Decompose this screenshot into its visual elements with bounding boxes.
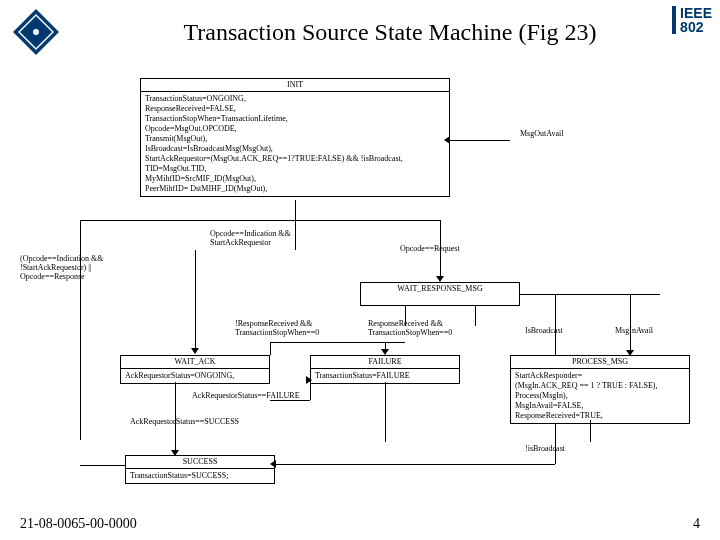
- label-opcode-ind-start: Opcode==Indication && StartAckRequestor: [210, 230, 330, 248]
- state-failure: FAILURE TransactionStatus=FAILURE: [310, 355, 460, 384]
- state-wait-ack: WAIT_ACK AckRequestorStatus=ONGOING,: [120, 355, 270, 384]
- svg-point-3: [33, 29, 39, 35]
- label-ack-succ: AckRequestorStatus==SUCCESS: [130, 418, 239, 427]
- label-opcode-request: Opcode==Request: [400, 245, 460, 254]
- state-init-title: INIT: [141, 79, 449, 92]
- state-process-msg: PROCESS_MSG StartAckResponder= (MsgIn.AC…: [510, 355, 690, 424]
- label-resp-rec: ResponseReceived && TransactionStopWhen=…: [368, 320, 478, 338]
- state-success-title: SUCCESS: [126, 456, 274, 469]
- state-machine-diagram: INIT TransactionStatus=ONGOING, Response…: [10, 60, 710, 510]
- footer-doc-id: 21-08-0065-00-0000: [20, 516, 137, 532]
- label-left-cond: (Opcode==Indication && !StartAckRequesto…: [20, 255, 130, 281]
- state-success: SUCCESS TransactionStatus=SUCCESS;: [125, 455, 275, 484]
- label-is-broadcast: IsBroadcast: [525, 327, 563, 336]
- state-init: INIT TransactionStatus=ONGOING, Response…: [140, 78, 450, 197]
- label-not-resp: !ResponseReceived && TransactionStopWhen…: [235, 320, 355, 338]
- state-wait-response-title: WAIT_RESPONSE_MSG: [361, 283, 519, 295]
- label-not-broadcast: !isBroadcast: [525, 445, 565, 454]
- ieee-802-badge: IEEE 802: [672, 6, 712, 34]
- state-failure-title: FAILURE: [311, 356, 459, 369]
- ieee-logo: [12, 8, 60, 56]
- page-title: Transaction Source State Machine (Fig 23…: [72, 19, 708, 46]
- label-msg-out-avail: MsgOutAvail: [520, 130, 563, 139]
- state-wait-response: WAIT_RESPONSE_MSG: [360, 282, 520, 306]
- label-msg-in-avail: MsgInAvail: [615, 327, 653, 336]
- state-process-title: PROCESS_MSG: [511, 356, 689, 369]
- state-wait-ack-title: WAIT_ACK: [121, 356, 269, 369]
- footer-page-number: 4: [693, 516, 700, 532]
